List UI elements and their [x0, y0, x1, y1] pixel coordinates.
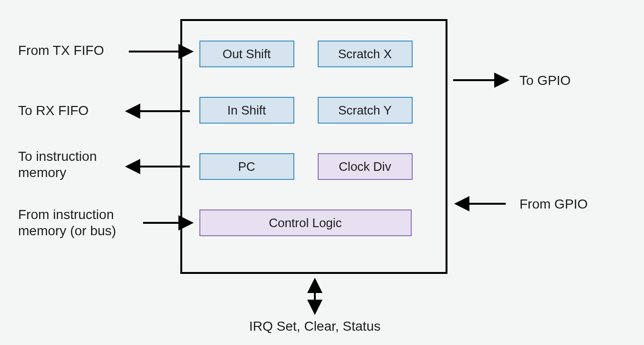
in-shift-label: In Shift [228, 103, 267, 117]
to-gpio-label: To GPIO [519, 73, 571, 88]
scratch-y-box: Scratch Y [318, 97, 412, 123]
from-gpio-label: From GPIO [519, 197, 588, 211]
control-logic-box: Control Logic [200, 210, 411, 236]
to-instr-mem-label-2: memory [18, 165, 66, 180]
out-shift-box: Out Shift [200, 41, 294, 67]
scratch-x-label: Scratch X [338, 47, 392, 61]
scratch-y-label: Scratch Y [338, 103, 392, 117]
tx-fifo-label: From TX FIFO [18, 43, 104, 58]
rx-fifo-label: To RX FIFO [18, 103, 89, 118]
to-instr-mem-label-1: To instruction [18, 149, 97, 164]
clock-div-box: Clock Div [318, 154, 412, 179]
pc-label: PC [238, 159, 255, 174]
from-instr-mem-label-1: From instruction [18, 207, 114, 222]
pc-box: PC [200, 154, 294, 179]
out-shift-label: Out Shift [222, 47, 271, 61]
irq-label: IRQ Set, Clear, Status [249, 319, 380, 334]
block-diagram: Out Shift Scratch X In Shift Scratch Y P… [0, 0, 644, 345]
control-logic-label: Control Logic [269, 216, 342, 230]
scratch-x-box: Scratch X [318, 41, 412, 67]
from-instr-mem-label-2: memory (or bus) [18, 223, 116, 238]
clock-div-label: Clock Div [339, 159, 391, 174]
in-shift-box: In Shift [200, 97, 294, 123]
